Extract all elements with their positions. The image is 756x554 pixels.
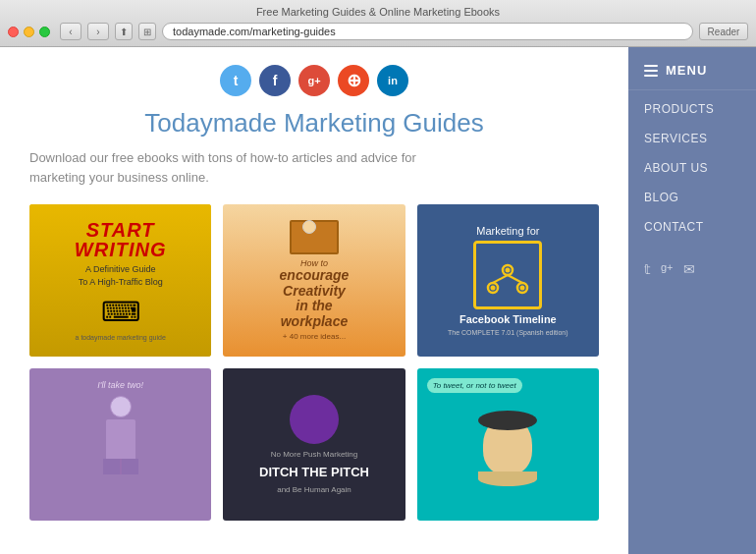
refresh-button[interactable]: Reader (699, 23, 748, 40)
linkedin-icon[interactable]: in (377, 65, 408, 96)
typewriter-icon: ⌨ (101, 296, 140, 328)
book-item-ditch-pitch[interactable]: No More Push Marketing DITCH THE PITCH a… (223, 368, 405, 521)
page-wrapper: t f g+ ⊕ in Todaymade Marketing Guides D… (0, 47, 756, 554)
hamburger-icon (644, 65, 658, 77)
box-illustration (285, 220, 344, 254)
close-button[interactable] (8, 27, 19, 37)
sidebar-item-about[interactable]: ABOUT US (628, 153, 756, 183)
url-text: todaymade.com/marketing-guides (173, 26, 336, 37)
back-button[interactable]: ‹ (60, 23, 81, 40)
book-5-title: DITCH THE PITCH (259, 465, 369, 480)
page-subtitle: Download our free ebooks with tons of ho… (29, 148, 442, 187)
share-button[interactable]: ⬆ (115, 23, 133, 40)
book-3-title-bottom: Facebook Timeline (459, 313, 557, 325)
book-item-facebook[interactable]: Marketing for (417, 204, 599, 357)
social-bar: t f g+ ⊕ in (29, 47, 599, 108)
sidebar-item-products[interactable]: PRODUCTS (628, 94, 756, 124)
forward-button[interactable]: › (87, 23, 109, 40)
sidebar-menu-header[interactable]: MENU (628, 47, 756, 90)
book-5-pre: No More Push Marketing (271, 450, 357, 459)
book-item-start-writing[interactable]: START WRITING A Definitive GuideTo A Hig… (29, 204, 211, 357)
book-4-text: I'll take two! (29, 380, 211, 390)
maximize-button[interactable] (39, 27, 50, 37)
book-grid: START WRITING A Definitive GuideTo A Hig… (29, 204, 599, 521)
browser-title: Free Marketing Guides & Online Marketing… (8, 6, 748, 18)
address-bar[interactable]: todaymade.com/marketing-guides (162, 23, 693, 40)
stumbleupon-icon[interactable]: ⊕ (338, 65, 369, 96)
traffic-lights (8, 27, 50, 37)
book-3-title-top: Marketing for (476, 225, 539, 237)
sidebar-item-blog[interactable]: BLOG (628, 183, 756, 212)
book-5-circle (290, 395, 339, 444)
svg-line-3 (493, 275, 508, 283)
sidebar-email-icon[interactable]: ✉ (683, 261, 695, 277)
network-diagram (473, 241, 542, 309)
hamburger-line-2 (644, 70, 658, 72)
book-6-badge: To tweet, or not to tweet (427, 378, 522, 393)
hamburger-line-3 (644, 75, 658, 77)
book-item-purple[interactable]: I'll take two! (29, 368, 211, 521)
sidebar: MENU PRODUCTS SERVICES ABOUT US BLOG CON… (628, 47, 756, 554)
svg-point-5 (506, 268, 511, 273)
sidebar-googleplus-icon[interactable]: g+ (661, 261, 674, 277)
sidebar-social-bar: 𝕥 g+ ✉ (628, 249, 756, 289)
sidebar-item-contact[interactable]: CONTACT (628, 212, 756, 242)
minimize-button[interactable] (24, 27, 34, 37)
book-5-subtitle: and Be Human Again (277, 485, 351, 494)
book-1-subtitle: A Definitive GuideTo A High-Traffic Blog (79, 263, 163, 288)
svg-point-6 (491, 286, 496, 291)
svg-point-7 (520, 286, 525, 291)
hamburger-line-1 (644, 65, 658, 67)
page-title: Todaymade Marketing Guides (29, 108, 599, 138)
book-2-text: How to encourageCreativityin theworkplac… (280, 258, 350, 341)
googleplus-icon[interactable]: g+ (298, 65, 330, 96)
svg-line-4 (508, 275, 522, 283)
twitter-icon[interactable]: t (220, 65, 251, 96)
sidebar-twitter-icon[interactable]: 𝕥 (644, 261, 651, 277)
sidebar-nav: PRODUCTS SERVICES ABOUT US BLOG CONTACT (628, 94, 756, 242)
book-1-title: START WRITING (39, 220, 201, 259)
browser-chrome: Free Marketing Guides & Online Marketing… (0, 0, 756, 47)
book-3-subtitle: The COMPLETE 7.01 (Spanish edition) (448, 329, 568, 336)
facebook-icon[interactable]: f (259, 65, 291, 96)
book-item-tweet[interactable]: To tweet, or not to tweet (417, 368, 599, 521)
retro-figure (81, 396, 160, 494)
shakespeare-figure (468, 391, 547, 499)
book-1-note: a todaymade marketing guide (76, 334, 166, 341)
main-content: t f g+ ⊕ in Todaymade Marketing Guides D… (0, 47, 628, 554)
bookmark-button[interactable]: ⊞ (138, 23, 156, 40)
menu-label: MENU (666, 63, 707, 78)
sidebar-item-services[interactable]: SERVICES (628, 124, 756, 153)
book-item-creativity[interactable]: How to encourageCreativityin theworkplac… (223, 204, 405, 357)
